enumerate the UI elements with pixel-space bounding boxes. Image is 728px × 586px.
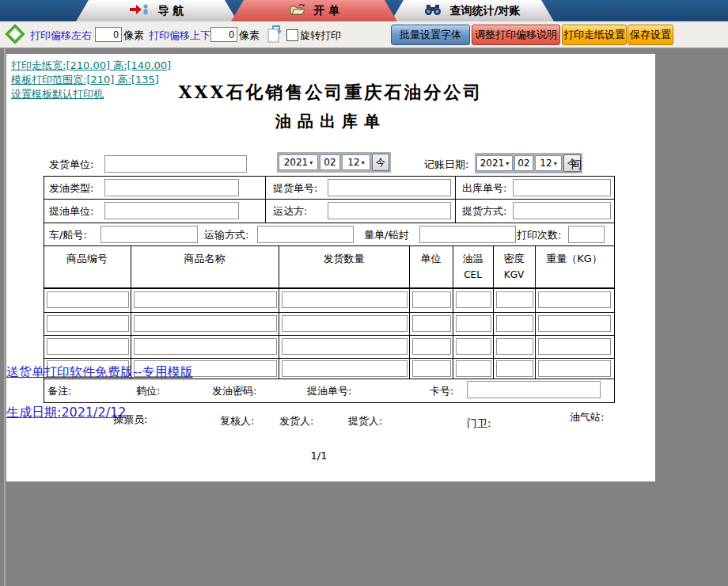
booking-date-label: 记账日期: (424, 158, 468, 172)
goods-cell-input[interactable] (412, 315, 451, 332)
oil-password-label: 发油密码: (212, 384, 256, 398)
pick-mode-input[interactable] (513, 202, 611, 219)
diamond-icon (5, 24, 25, 48)
tab-query-stats[interactable]: 查询统计/对账 (391, 0, 554, 21)
save-settings-button[interactable]: 保存设置 (628, 25, 673, 45)
pick-order-label: 提油单号: (307, 384, 351, 398)
goods-cell-input[interactable] (538, 315, 611, 332)
goods-cell-input[interactable] (412, 338, 451, 355)
booking-date-month[interactable]: 02 (514, 155, 533, 171)
goods-cell-input[interactable] (134, 291, 277, 308)
goods-cell-input[interactable] (134, 338, 277, 355)
goods-cell-input[interactable] (47, 338, 129, 355)
table-line (44, 223, 614, 223)
goods-header-temp: 油温 (453, 252, 493, 266)
seal-label: 量单/铅封 (364, 228, 408, 242)
goods-header-density-unit: KGV (493, 269, 535, 280)
goods-cell-input[interactable] (282, 291, 408, 308)
ship-date-picker: 2021▾ 02 12▾ 今 (277, 152, 391, 173)
goods-cell-input[interactable] (538, 360, 611, 377)
offset-ud-label: 打印偏移上下 (149, 29, 210, 43)
sig-operator-label: 操票员: (113, 413, 147, 427)
crane-label: 鹤位: (136, 384, 160, 398)
vehicle-label: 车/船号: (49, 228, 87, 242)
goods-cell-input[interactable] (496, 338, 533, 355)
tab-query-stats-label: 查询统计/对账 (449, 4, 520, 18)
goods-cell-input[interactable] (412, 291, 451, 308)
goods-cell-input[interactable] (456, 291, 491, 308)
paper-feed-settings-button[interactable]: 打印走纸设置 (562, 25, 627, 45)
pick-unit-input[interactable] (104, 202, 239, 219)
goods-cell-input[interactable] (538, 291, 611, 308)
table-line (265, 176, 266, 223)
rotate-print-checkbox[interactable] (286, 29, 298, 41)
tab-billing[interactable]: 开 单 (231, 0, 397, 21)
offset-lr-input[interactable] (95, 27, 122, 42)
table-line (44, 287, 614, 289)
goods-cell-input[interactable] (496, 291, 533, 308)
goods-header-weight: 重量（KG） (535, 252, 613, 266)
company-title: XXX石化销售公司重庆石油分公司 (6, 81, 655, 105)
card-no-label: 卡号: (430, 384, 453, 398)
goods-cell-input[interactable] (282, 338, 408, 355)
batch-font-button[interactable]: 批量设置字体 (391, 25, 470, 45)
ship-date-day[interactable]: 12▾ (342, 154, 370, 170)
ship-unit-input[interactable] (104, 155, 247, 173)
sig-station-label: 油气站: (570, 410, 604, 424)
open-folder-icon (289, 3, 306, 18)
card-no-input[interactable] (467, 381, 601, 398)
out-no-label: 出库单号: (462, 181, 506, 196)
ship-date-month[interactable]: 02 (320, 154, 340, 170)
tab-billing-label: 开 单 (314, 4, 340, 18)
goods-cell-input[interactable] (282, 360, 408, 377)
watermark-text: 送货单打印软件免费版--专用模版 (6, 364, 193, 381)
seal-input[interactable] (419, 226, 516, 243)
goods-cell-input[interactable] (538, 338, 611, 355)
goods-header-temp-unit: CEL (453, 269, 493, 280)
out-no-input[interactable] (513, 179, 611, 196)
oil-type-input[interactable] (104, 179, 239, 196)
print-count-input[interactable] (568, 226, 605, 243)
oil-type-label: 发油类型: (49, 181, 93, 196)
vehicle-input[interactable] (100, 226, 198, 243)
toolbar: 打印偏移左右 像素 打印偏移上下 像素 旋转打印 批量设置字体 调整打印偏移说明… (0, 21, 728, 48)
ship-date-year[interactable]: 2021▾ (279, 154, 318, 170)
table-line (44, 245, 614, 246)
adjust-offset-help-button[interactable]: 调整打印偏移说明 (472, 25, 560, 45)
goods-header-density: 密度 (493, 252, 535, 266)
booking-date-picker: 2021▾ 02 12▾ 今 (475, 153, 582, 173)
goods-cell-input[interactable] (456, 338, 491, 355)
booking-date-year[interactable]: 2021▾ (476, 155, 513, 171)
date-suffix-text: 间 (571, 158, 582, 172)
goods-cell-input[interactable] (412, 360, 451, 377)
goods-cell-input[interactable] (47, 291, 129, 308)
sig-reviewer-label: 复核人: (220, 414, 254, 428)
form-title: 油品出库单 (6, 111, 655, 132)
transport-input[interactable] (257, 226, 354, 243)
goods-cell-input[interactable] (456, 360, 491, 377)
booking-date-day[interactable]: 12▾ (535, 155, 562, 171)
goods-cell-input[interactable] (456, 315, 491, 332)
goods-cell-input[interactable] (134, 315, 277, 332)
print-preview-page: 打印走纸宽:[210.00] 高:[140.00] 模板打印范围宽:[210] … (6, 54, 655, 481)
px-label-2: 像素 (239, 29, 260, 43)
pick-no-label: 提货单号: (273, 181, 317, 196)
goods-cell-input[interactable] (47, 315, 129, 332)
goods-cell-input[interactable] (496, 360, 533, 377)
table-line (44, 312, 614, 313)
table-line (455, 176, 456, 223)
offset-ud-input[interactable] (210, 27, 237, 42)
remark-label: 备注: (47, 384, 71, 398)
sig-shipper-label: 发货人: (279, 414, 313, 428)
ship-date-today-button[interactable]: 今 (372, 154, 389, 171)
goods-cell-input[interactable] (496, 315, 533, 332)
pick-no-input[interactable] (328, 179, 451, 196)
dest-input[interactable] (328, 202, 451, 219)
goods-cell-input[interactable] (282, 315, 408, 332)
tab-navigation[interactable]: 导 航 (76, 0, 237, 21)
generate-date-text: 生成日期:2021/2/12 (6, 405, 126, 421)
ship-unit-label: 发货单位: (49, 158, 93, 172)
px-label-1: 像素 (123, 29, 144, 43)
paper-size-link[interactable]: 打印走纸宽:[210.00] 高:[140.00] (11, 59, 171, 73)
rotate-page-icon (266, 23, 285, 47)
